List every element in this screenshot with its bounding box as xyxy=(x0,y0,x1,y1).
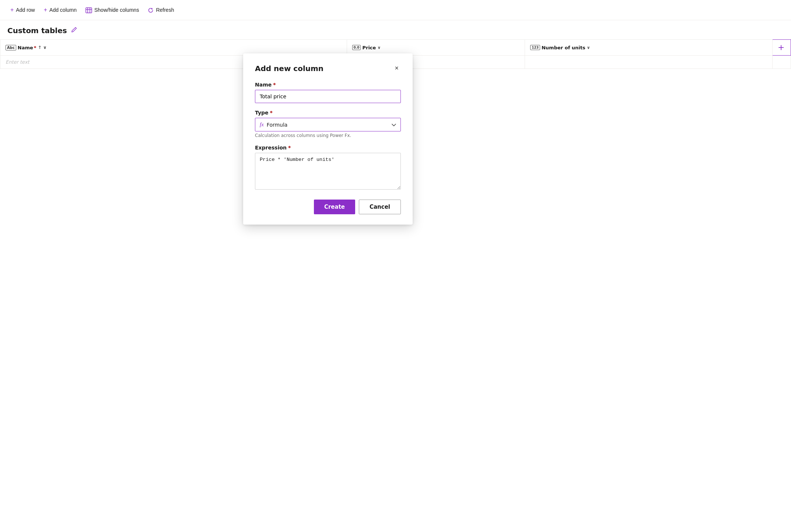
modal-overlay: Add new column × Name * Type * fx Formul… xyxy=(0,0,791,69)
add-column-modal: Add new column × Name * Type * fx Formul… xyxy=(243,53,413,69)
modal-title: Add new column xyxy=(255,64,323,69)
modal-header: Add new column × xyxy=(255,64,401,69)
modal-close-button[interactable]: × xyxy=(392,64,401,69)
